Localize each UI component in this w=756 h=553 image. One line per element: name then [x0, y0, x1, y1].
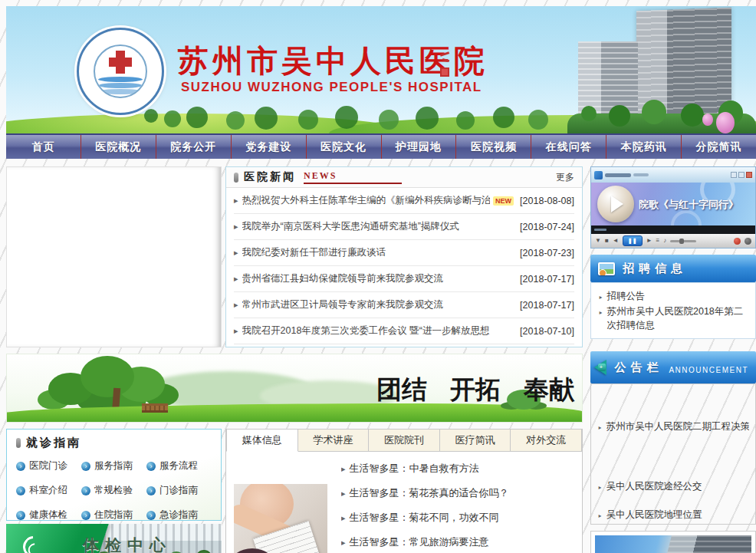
side-arrow-icon: ‣: [597, 509, 603, 523]
recruit-item-title: 苏州市吴中人民医院2018年第二次招聘信息: [607, 304, 749, 332]
building-wing: [578, 41, 638, 114]
news-item[interactable]: ▸ 我院纪委对新任干部进行廉政谈话 [2018-07-23]: [234, 240, 574, 266]
volume-icon[interactable]: ♪: [663, 238, 666, 244]
media-info-panel: 媒体信息 学术讲座 医院院刊 医疗简讯 对外交流: [225, 429, 583, 553]
guide-link-service-guide[interactable]: ›服务指南: [81, 459, 146, 472]
next-icon[interactable]: ►: [646, 238, 652, 244]
recruit-header: 招聘信息: [590, 255, 756, 282]
guide-link-label: 服务流程: [159, 459, 198, 472]
circle-arrow-icon: ›: [146, 462, 156, 471]
flower-decor: [702, 114, 713, 126]
media-item[interactable]: ▸生活智多星：常见旅游病要注意: [341, 530, 574, 553]
guide-link-outpatient[interactable]: ›医院门诊: [16, 459, 81, 472]
left-main-column: 医院新闻 NEWS 更多 ▸ 热烈祝贺大外科主任陈革华主编的《新编外科疾病诊断与…: [6, 166, 583, 553]
stop-icon[interactable]: ■: [605, 238, 609, 244]
nav-item-culture[interactable]: 医院文化: [306, 135, 381, 159]
guide-link-label: 门诊指南: [159, 484, 198, 497]
image-slider-placeholder[interactable]: [6, 166, 222, 347]
nav-item-public-affairs[interactable]: 院务公开: [156, 135, 231, 159]
circle-arrow-icon: ›: [81, 511, 90, 520]
tab-medical-briefs[interactable]: 医疗简讯: [440, 429, 511, 452]
nav-item-party-building[interactable]: 党务建设: [231, 135, 306, 159]
announcement-item[interactable]: ‣ 吴中人民医院地理位置: [597, 508, 749, 523]
guide-link-departments[interactable]: ›科室介绍: [16, 484, 81, 497]
playlist-icon[interactable]: ≡: [656, 238, 660, 244]
recruit-title: 招聘信息: [623, 262, 687, 276]
tab-hospital-journal[interactable]: 医院院刊: [369, 429, 440, 452]
news-item[interactable]: ▸ 我院召开2018年度第三次党委工作会议 暨“进一步解放思想 [2018-07…: [234, 318, 574, 344]
news-item-date: [2018-07-17]: [514, 274, 574, 285]
red-cross-icon: [116, 51, 125, 74]
nav-item-home[interactable]: 首页: [6, 135, 81, 159]
media-item[interactable]: ▸生活智多星：菊花茶真的适合你吗？: [341, 481, 574, 505]
side-arrow-icon: ‣: [597, 421, 603, 435]
media-item[interactable]: ▸生活智多星：中暑自救有方法: [341, 456, 574, 481]
announcement-item[interactable]: ‣ 吴中人民医院途经公交: [597, 479, 749, 495]
guide-link-health-checkup[interactable]: ›健康体检: [16, 509, 81, 522]
news-header: 医院新闻 NEWS 更多: [226, 167, 582, 188]
wave-icon: [98, 89, 143, 94]
guide-link-label: 急诊指南: [159, 509, 198, 522]
banner-slogan: 团结 开拓 奉献: [376, 373, 574, 407]
media-item-title: 生活智多星：常见旅游病要注意: [350, 530, 489, 553]
visit-guide-panel: 就诊指南 ›医院门诊 ›服务指南 ›服务流程 ›科室介绍 ›常规检验 ›门诊指南…: [6, 429, 222, 521]
news-more-link[interactable]: 更多: [556, 171, 574, 184]
tab-media-info[interactable]: 媒体信息: [226, 429, 298, 452]
fullscreen-button[interactable]: [744, 238, 751, 245]
close-icon[interactable]: [746, 172, 752, 178]
nav-item-overview[interactable]: 医院概况: [81, 135, 156, 159]
playlist-dropdown-icon[interactable]: ▼: [595, 238, 601, 244]
pause-button[interactable]: ❚❚: [623, 235, 643, 246]
guide-link-outpatient-guide[interactable]: ›门诊指南: [146, 484, 212, 497]
banner-bench: [142, 403, 168, 413]
news-item[interactable]: ▸ 贵州省德江县妇幼保健院领导前来我院参观交流 [2018-07-17]: [234, 266, 574, 292]
recruit-item[interactable]: ‣ 招聘公告: [598, 289, 748, 304]
content-row-3: 就诊指南 ›医院门诊 ›服务指南 ›服务流程 ›科室介绍 ›常规检验 ›门诊指南…: [6, 429, 583, 553]
guide-link-service-flow[interactable]: ›服务流程: [146, 459, 212, 472]
guide-link-emergency-guide[interactable]: ›急诊指南: [146, 509, 212, 522]
previous-icon[interactable]: ◄: [613, 238, 619, 244]
guide-link-label: 服务指南: [94, 459, 133, 472]
news-item-title: 热烈祝贺大外科主任陈革华主编的《新编外科疾病诊断与治: [242, 194, 491, 207]
guide-titlebar: 就诊指南: [16, 436, 212, 450]
guide-link-routine-tests[interactable]: ›常规检验: [81, 484, 146, 497]
nav-item-branch-news[interactable]: 分院简讯: [681, 135, 756, 159]
guide-link-label: 医院门诊: [29, 459, 67, 472]
checkup-center-banner[interactable]: 体检中心: [6, 524, 222, 553]
minimize-icon[interactable]: [731, 172, 737, 178]
intro-building: [659, 535, 751, 553]
maximize-icon[interactable]: [738, 172, 744, 178]
tab-academic-lectures[interactable]: 学术讲座: [298, 429, 370, 452]
news-item[interactable]: ▸ 常州市武进区卫计局领导专家前来我院参观交流 [2018-07-17]: [234, 292, 574, 318]
announcement-item[interactable]: ‣ 苏州市吴中人民医院二期工程决策事: [597, 420, 749, 435]
capsule-bullet-icon: [16, 438, 21, 448]
play-button-icon[interactable]: [597, 186, 634, 222]
item-arrow-icon: ▸: [234, 222, 238, 232]
news-panel-title-en: NEWS: [304, 170, 402, 184]
volume-slider[interactable]: [670, 240, 696, 242]
guide-link-inpatient-guide[interactable]: ›住院指南: [81, 509, 146, 522]
player-window-buttons: [731, 172, 752, 178]
recruit-item[interactable]: ‣ 苏州市吴中人民医院2018年第二次招聘信息: [598, 304, 748, 332]
video-player: 院歌《与红十字同行》 ▼ ■ ◄ ❚❚ ► ≡ ♪: [590, 166, 756, 249]
tab-external-exchange[interactable]: 对外交流: [511, 429, 582, 452]
megaphone-icon: +: [598, 359, 606, 376]
player-screen[interactable]: 院歌《与红十字同行》: [591, 183, 755, 225]
slogan-word: 奉献: [524, 373, 574, 407]
content-row-1: 医院新闻 NEWS 更多 ▸ 热烈祝贺大外科主任陈革华主编的《新编外科疾病诊断与…: [6, 166, 583, 347]
media-item[interactable]: ▸生活智多星：菊花不同，功效不同: [341, 505, 574, 530]
nav-item-pharmacy-news[interactable]: 本院药讯: [606, 135, 681, 159]
media-item-title: 生活智多星：菊花不同，功效不同: [350, 505, 499, 530]
nav-item-nursing[interactable]: 护理园地: [381, 135, 456, 159]
circle-arrow-icon: ›: [81, 462, 90, 471]
nav-item-videos[interactable]: 医院视频: [455, 135, 531, 159]
player-titlebar: [591, 167, 755, 183]
nav-item-qa[interactable]: 在线问答: [531, 135, 606, 159]
record-button[interactable]: [734, 238, 741, 245]
hospital-intro-image: 医院简介: [595, 535, 751, 553]
news-item[interactable]: ▸ 热烈祝贺大外科主任陈革华主编的《新编外科疾病诊断与治 NEW [2018-0…: [234, 188, 574, 214]
hospital-intro-box[interactable]: 医院简介: [590, 531, 756, 553]
flower-decor: [716, 112, 735, 133]
hospital-logo: [77, 28, 164, 115]
news-item[interactable]: ▸ 我院举办“南京医科大学医患沟通研究基地”揭牌仪式 [2018-07-24]: [234, 214, 574, 240]
